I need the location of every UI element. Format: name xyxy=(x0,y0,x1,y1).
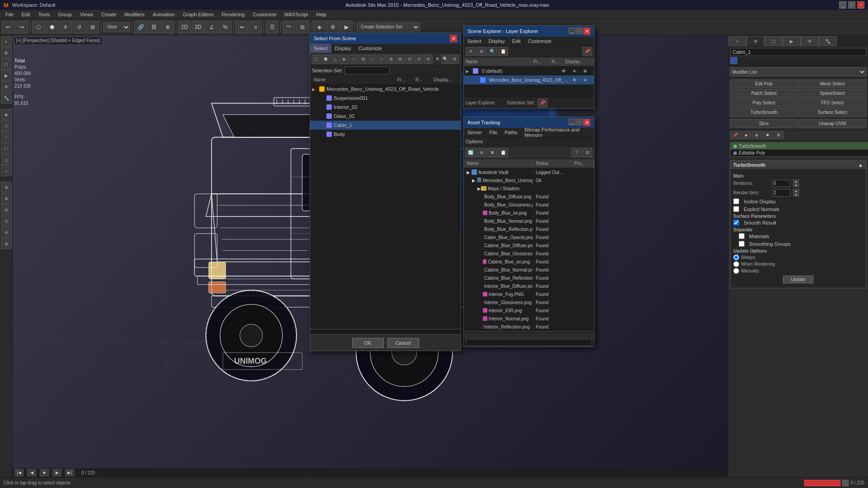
surface-select-btn[interactable]: Surface Select xyxy=(799,108,867,117)
at-btn-help[interactable]: ? xyxy=(571,148,581,157)
le-menu-display[interactable]: Display xyxy=(485,37,509,46)
tool4[interactable]: □ xyxy=(1,143,12,154)
at-row-tex7[interactable]: Cabine_Blue_Diffuse.png Found xyxy=(464,241,594,249)
viewport-end-btn[interactable]: ▶| xyxy=(65,469,74,476)
layer-explorer-title[interactable]: Scene Explorer - Layer Explorer _ □ ✕ xyxy=(464,26,594,37)
at-btn-add[interactable]: ⊕ xyxy=(476,148,486,157)
menu-rendering[interactable]: Rendering xyxy=(218,10,249,19)
unwrap-uvw-btn[interactable]: Unwrap UVW xyxy=(799,119,867,128)
at-menu-bitmap[interactable]: Bitmap Performance and Memory xyxy=(521,128,594,137)
tree-item-root[interactable]: ▶ Mercedes_Benz_Unimog_4023_Off_Road_Veh… xyxy=(310,84,461,94)
le-btn1[interactable]: ✕ xyxy=(466,47,476,56)
sfs-toolbar-btn1[interactable]: ⬡ xyxy=(312,55,321,64)
move-btn[interactable]: ✛ xyxy=(59,21,72,33)
menu-customize[interactable]: Customize xyxy=(249,10,280,19)
material-editor-btn[interactable]: ◈ xyxy=(313,21,326,33)
modify-btn[interactable]: ⚙ xyxy=(1,47,12,58)
rotate-btn[interactable]: ↺ xyxy=(73,21,85,33)
at-menu-options[interactable]: Options xyxy=(466,137,592,146)
materials-checkbox[interactable] xyxy=(739,233,745,239)
le-menu-select[interactable]: Select xyxy=(464,37,485,46)
at-row-tex4[interactable]: Body_Blue_Normal.png Found xyxy=(464,217,594,225)
menu-maxscript[interactable]: MAXScript xyxy=(281,10,311,19)
edit-poly-btn[interactable]: Edit Poly xyxy=(730,80,798,88)
at-menu-file[interactable]: File xyxy=(486,128,501,137)
display-btn[interactable]: 👁 xyxy=(1,81,12,92)
percent-snap-btn[interactable]: % xyxy=(219,21,231,33)
sfs-toolbar-btn6[interactable]: ⊞ xyxy=(359,55,367,64)
modifier-list-dropdown[interactable]: Modifier List xyxy=(730,67,866,76)
sfs-toolbar-btn5[interactable]: ○ xyxy=(349,55,358,64)
tree-item-interior02[interactable]: Interior_02 xyxy=(310,103,461,112)
at-btn-refresh[interactable]: 🔄 xyxy=(466,148,476,157)
menu-create[interactable]: Create xyxy=(98,10,120,19)
turbo-smooth-btn[interactable]: TurboSmooth xyxy=(730,108,798,117)
layer-maximize-btn[interactable]: □ xyxy=(576,28,582,34)
le-status-btn1[interactable]: 📌 xyxy=(538,99,547,108)
at-row-tex16[interactable]: Interior_Normal.png Found xyxy=(464,314,594,323)
select-region-btn[interactable]: ⬢ xyxy=(46,21,58,33)
sfs-menu-select[interactable]: Select xyxy=(310,44,331,53)
le-menu-edit[interactable]: Edit xyxy=(509,37,524,46)
undo-btn[interactable]: ↩ xyxy=(2,21,14,33)
at-row-vault[interactable]: ▶ Autodesk Vault Logged Out ... xyxy=(464,168,594,176)
always-radio[interactable] xyxy=(733,254,739,260)
tree-item-glass02[interactable]: Glass_02 xyxy=(310,112,461,121)
maximize-btn[interactable]: □ xyxy=(848,1,855,9)
at-row-maps[interactable]: ▶ Maps / Shaders xyxy=(464,184,594,192)
asset-tracking-title[interactable]: Asset Tracking _ □ ✕ xyxy=(464,117,594,128)
at-scrollbar-h[interactable] xyxy=(464,331,594,338)
at-row-tex6[interactable]: Cabin_Blue_Opacity.png Found xyxy=(464,233,594,241)
remove-modifier-btn[interactable]: ✖ xyxy=(763,131,773,139)
iterations-input[interactable] xyxy=(772,180,790,187)
at-row-tex14[interactable]: Interior_Glossiness.png Found xyxy=(464,298,594,306)
tool8[interactable]: ⊗ xyxy=(1,193,12,204)
at-row-tex8[interactable]: Cabine_Blue_Glossiness.png Found xyxy=(464,249,594,258)
spline-select-btn[interactable]: SplineSelect xyxy=(799,89,867,98)
at-row-tex10[interactable]: Cabine_Blue_Normal.png Found xyxy=(464,266,594,274)
menu-graph-editors[interactable]: Graph Editors xyxy=(179,10,217,19)
redo-btn[interactable]: ↪ xyxy=(15,21,28,33)
at-menu-server[interactable]: Server xyxy=(464,128,486,137)
at-row-tex13[interactable]: Interior_Fog.PNG Found xyxy=(464,290,594,298)
tab-motion[interactable]: ▶ xyxy=(783,36,801,46)
show-end-result-btn[interactable]: ◈ xyxy=(741,131,751,139)
mirror-btn[interactable]: ⇔ xyxy=(236,21,248,33)
layer-mgr-btn[interactable]: ☰ xyxy=(266,21,278,33)
reference-coord-dropdown[interactable]: View World Local xyxy=(103,22,130,32)
set-key-btn[interactable] xyxy=(842,480,849,486)
sfs-toolbar-btn2[interactable]: ⬢ xyxy=(321,55,330,64)
sfs-menu-customize[interactable]: Customize xyxy=(355,44,386,53)
sfs-options-btn[interactable]: ⚙ xyxy=(450,55,459,64)
at-maximize-btn[interactable]: □ xyxy=(576,119,582,125)
at-row-mercedes[interactable]: ▶ Mercedes_Benz_Unimog_4023_Off... Ok xyxy=(464,176,594,184)
select-from-scene-title[interactable]: Select From Scene ✕ xyxy=(310,33,461,44)
layer-minimize-btn[interactable]: _ xyxy=(569,28,575,34)
selection-set-dropdown[interactable]: Create Selection Set xyxy=(357,22,420,32)
render-iters-down[interactable]: ▼ xyxy=(793,193,799,197)
close-btn[interactable]: × xyxy=(857,1,864,9)
le-btn4[interactable]: 📋 xyxy=(498,47,508,56)
sfs-toolbar-btn8[interactable]: ◇ xyxy=(377,55,386,64)
tree-item-suspension[interactable]: Suspension001 xyxy=(310,94,461,103)
iterations-up[interactable]: ▲ xyxy=(793,179,799,183)
menu-edit[interactable]: Edit xyxy=(18,10,34,19)
at-row-tex1[interactable]: Body_Blue_Diffuse.png Found xyxy=(464,192,594,201)
tool11[interactable]: ⊚ xyxy=(1,227,12,238)
explicit-normals-checkbox[interactable] xyxy=(733,206,739,212)
snap-3d-btn[interactable]: 3D xyxy=(192,21,204,33)
stack-item-editable-poly[interactable]: Editable Poly xyxy=(731,150,868,156)
at-path-input[interactable] xyxy=(466,339,592,346)
align-btn[interactable]: ≡ xyxy=(249,21,262,33)
utilities-btn[interactable]: 🔧 xyxy=(1,93,12,103)
tool10[interactable]: ⊙ xyxy=(1,216,12,226)
sfs-toolbar-btn9[interactable]: ⊕ xyxy=(387,55,395,64)
le-menu-customize[interactable]: Customize xyxy=(524,37,555,46)
make-unique-btn[interactable]: ⊕ xyxy=(752,131,762,139)
unlink-btn[interactable]: ⛓ xyxy=(148,21,160,33)
at-minimize-btn[interactable]: _ xyxy=(569,119,575,125)
tool9[interactable]: ⊘ xyxy=(1,204,12,215)
menu-help[interactable]: Help xyxy=(312,10,330,19)
slice-btn[interactable]: Slice xyxy=(730,119,798,128)
tool3[interactable]: ○ xyxy=(1,131,12,142)
